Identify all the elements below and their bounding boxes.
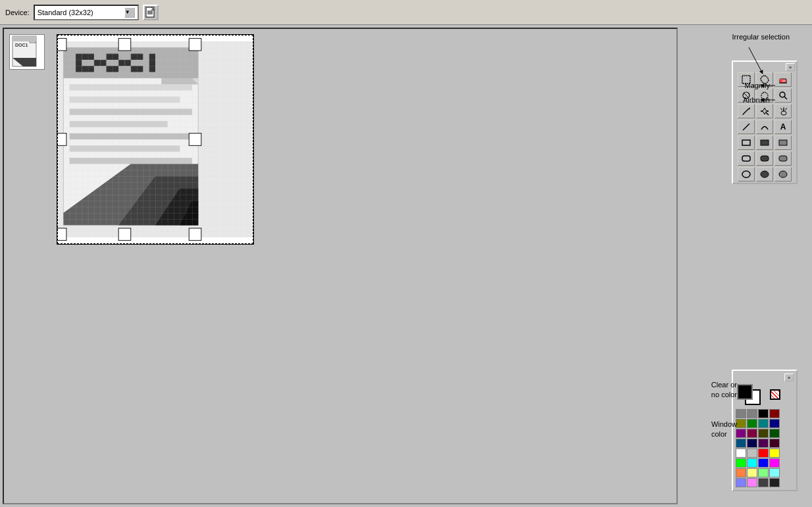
tool-row-4: A	[734, 120, 795, 134]
ellipse-outline-icon	[742, 170, 751, 179]
toolbox-close-button[interactable]: ×	[786, 63, 795, 71]
text-icon: A	[780, 122, 786, 132]
airbrush-tool[interactable]	[774, 104, 792, 118]
preview-thumbnail: DOC1	[9, 34, 45, 70]
new-icon-button[interactable]	[143, 5, 159, 20]
color-swatch-14[interactable]	[758, 439, 769, 448]
svg-rect-42	[189, 133, 201, 146]
svg-rect-68	[779, 140, 787, 145]
rect-filled-tool[interactable]	[774, 135, 792, 150]
curve-icon	[760, 122, 769, 132]
svg-line-57	[766, 112, 769, 115]
pixel-canvas-container[interactable]	[57, 34, 254, 245]
color-swatch-0[interactable]	[736, 409, 746, 418]
rect-outline-icon	[742, 138, 751, 147]
color-swatch-12[interactable]	[736, 439, 746, 448]
line-tool[interactable]	[738, 120, 755, 134]
device-label: Device:	[5, 9, 30, 16]
toolbox: ×	[732, 60, 798, 184]
color-swatch-23[interactable]	[769, 458, 780, 468]
svg-point-72	[742, 171, 750, 178]
color-swatch-3[interactable]	[769, 409, 780, 418]
svg-rect-48	[780, 79, 782, 83]
color-swatch-30[interactable]	[758, 478, 769, 487]
magic-wand-tool[interactable]	[756, 104, 773, 118]
device-dropdown[interactable]: Standard (32x32) ▼	[34, 5, 139, 20]
color-swatch-1[interactable]	[747, 409, 757, 418]
airbrush-icon	[778, 107, 788, 116]
color-swatch-20[interactable]	[736, 458, 746, 468]
dropdown-arrow-icon: ▼	[125, 9, 134, 15]
rounded-rect-filled-tool[interactable]	[774, 151, 792, 166]
svg-rect-69	[742, 156, 750, 161]
color-swatch-11[interactable]	[769, 429, 780, 438]
color-boxes	[736, 383, 765, 406]
rect-outline-tool[interactable]	[738, 135, 755, 150]
svg-line-62	[786, 108, 787, 109]
color-swatch-8[interactable]	[736, 429, 746, 438]
svg-line-60	[780, 108, 782, 109]
color-swatch-4[interactable]	[736, 419, 746, 428]
eraser-tool[interactable]	[774, 72, 792, 87]
color-swatch-18[interactable]	[758, 448, 769, 458]
canvas-area[interactable]: DOC1	[3, 28, 678, 504]
color-swatch-16[interactable]	[736, 448, 746, 458]
magnify-tool[interactable]	[774, 88, 792, 103]
pencil-tool[interactable]	[738, 104, 755, 118]
preview-svg: DOC1	[10, 35, 44, 69]
pencil-icon	[742, 107, 751, 116]
svg-rect-71	[779, 156, 787, 161]
color-swatch-5[interactable]	[747, 419, 757, 428]
ellipse-filled-tool[interactable]	[774, 167, 792, 181]
svg-rect-44	[118, 228, 131, 241]
dropdown-arrow[interactable]: ▼	[124, 7, 135, 18]
curve-tool[interactable]	[756, 120, 773, 134]
rect-dark-tool[interactable]	[756, 135, 773, 150]
rounded-rect-outline-icon	[742, 154, 751, 163]
ellipse-outline-tool[interactable]	[738, 167, 755, 181]
pixel-canvas-svg	[57, 35, 253, 244]
ellipse-dark-tool[interactable]	[756, 167, 773, 181]
text-tool[interactable]: A	[774, 120, 792, 134]
color-swatch-31[interactable]	[769, 478, 780, 487]
color-swatch-28[interactable]	[736, 478, 746, 487]
color-swatch-29[interactable]	[747, 478, 757, 487]
svg-point-73	[761, 171, 769, 178]
svg-line-53	[784, 97, 787, 99]
color-swatch-2[interactable]	[758, 409, 769, 418]
color-swatch-19[interactable]	[769, 448, 780, 458]
color-swatch-17[interactable]	[747, 448, 757, 458]
color-panel-close-button[interactable]: ×	[784, 374, 794, 381]
svg-marker-55	[749, 107, 750, 110]
color-swatch-22[interactable]	[758, 458, 769, 468]
svg-point-58	[781, 111, 786, 115]
tool-row-3	[734, 104, 795, 118]
rounded-rect-outline-tool[interactable]	[738, 151, 755, 166]
svg-line-54	[743, 109, 749, 114]
color-swatch-26[interactable]	[758, 468, 769, 477]
color-swatch-7[interactable]	[769, 419, 780, 428]
color-swatch-6[interactable]	[758, 419, 769, 428]
tool-row-6	[734, 151, 795, 166]
svg-rect-6	[13, 36, 36, 41]
color-swatch-21[interactable]	[747, 458, 757, 468]
color-swatch-9[interactable]	[747, 429, 757, 438]
color-swatch-25[interactable]	[747, 468, 757, 477]
rounded-rect-dark-icon	[760, 154, 769, 163]
svg-rect-37	[57, 41, 253, 237]
color-swatch-13[interactable]	[747, 439, 757, 448]
right-panel: Irregular selection ×	[680, 25, 812, 507]
svg-rect-40	[189, 38, 201, 51]
transparent-color-box[interactable]	[770, 389, 780, 400]
ellipse-filled-icon	[778, 170, 788, 179]
color-swatch-24[interactable]	[736, 468, 746, 477]
color-swatch-15[interactable]	[769, 439, 780, 448]
foreground-color-box[interactable]	[737, 384, 753, 400]
magnify-icon	[778, 91, 788, 100]
svg-point-74	[779, 171, 787, 178]
toolbox-header: ×	[734, 63, 795, 71]
rounded-rect-dark-tool[interactable]	[756, 151, 773, 166]
color-swatch-10[interactable]	[758, 429, 769, 438]
color-swatch-27[interactable]	[769, 468, 780, 477]
svg-rect-38	[57, 38, 66, 51]
